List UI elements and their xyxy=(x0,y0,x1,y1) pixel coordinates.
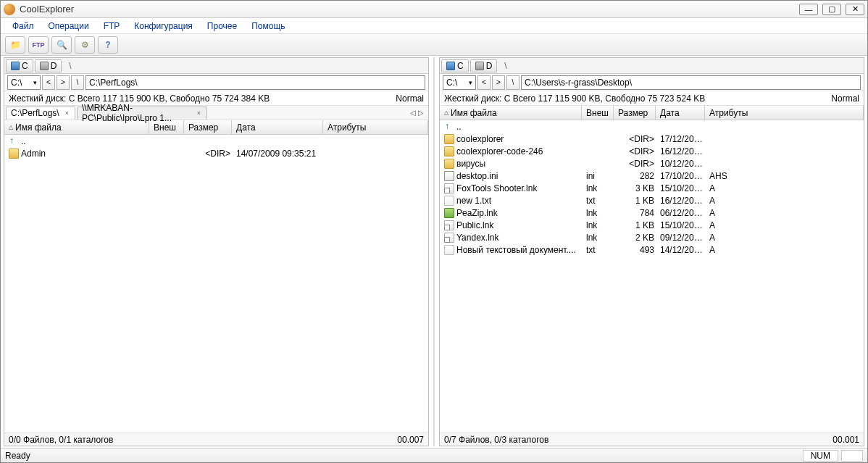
file-row[interactable]: coolexplorer<DIR>17/12/201... xyxy=(440,133,864,145)
left-pane: C D \ C:\ < > \ C:\PerfLogs\ Жесткий дис… xyxy=(4,57,429,446)
close-icon[interactable]: × xyxy=(65,109,69,117)
right-nav-up[interactable]: \ xyxy=(506,75,519,90)
col-name[interactable]: △Имя файла xyxy=(440,106,582,120)
file-attr: A xyxy=(706,220,862,230)
file-row[interactable]: .. xyxy=(4,135,428,147)
tool-explorer-icon[interactable]: 📁 xyxy=(5,36,25,54)
file-name: coolexplorer-code-246 xyxy=(456,146,543,157)
close-icon[interactable]: × xyxy=(197,109,201,117)
file-row[interactable]: new 1.txttxt1 KB16/12/201...A xyxy=(440,194,864,207)
left-tab-0[interactable]: C:\PerfLogs\× xyxy=(6,107,75,120)
menu-operations[interactable]: Операции xyxy=(43,20,95,33)
drive-tab-c[interactable]: C xyxy=(441,59,469,72)
left-tab-1[interactable]: \\MRKABAN-PC\Public\Ipro\Lpro 1...× xyxy=(77,107,207,120)
drive-tab-d[interactable]: D xyxy=(35,59,62,72)
menu-ftp[interactable]: FTP xyxy=(98,20,126,33)
col-attr[interactable]: Атрибуты xyxy=(323,120,428,134)
file-row[interactable]: PeaZip.lnklnk78406/12/201...A xyxy=(440,207,864,219)
tabs-scroll-icon[interactable]: ◁ ▷ xyxy=(407,109,427,117)
col-size[interactable]: Размер xyxy=(614,106,656,120)
col-size[interactable]: Размер xyxy=(184,120,232,134)
right-file-list[interactable]: ..coolexplorer<DIR>17/12/201...coolexplo… xyxy=(440,120,864,433)
root-slash[interactable]: \ xyxy=(498,61,512,71)
left-folder-tabs: C:\PerfLogs\× \\MRKABAN-PC\Public\Ipro\L… xyxy=(4,106,428,120)
tool-search-icon[interactable]: 🔍 xyxy=(51,36,72,54)
up-icon xyxy=(444,122,454,132)
left-file-list[interactable]: ..Admin<DIR>14/07/2009 09:35:21 xyxy=(4,135,428,433)
drive-c-icon xyxy=(11,62,20,70)
file-row[interactable]: desktop.iniini28217/10/201...AHS xyxy=(440,170,864,182)
file-ext: txt xyxy=(583,196,615,206)
file-name: .. xyxy=(21,136,26,146)
file-size: <DIR> xyxy=(615,159,657,169)
app-icon xyxy=(444,208,454,218)
tool-help-icon[interactable]: ? xyxy=(98,36,118,54)
folder-icon xyxy=(444,134,454,144)
file-date: 17/10/201... xyxy=(657,171,706,181)
left-path-row: C:\ < > \ C:\PerfLogs\ xyxy=(4,74,428,91)
menu-config[interactable]: Конфигурация xyxy=(128,20,199,33)
file-row[interactable]: Новый текстовый документ....txt49314/12/… xyxy=(440,243,864,256)
file-ext: lnk xyxy=(583,220,615,230)
menu-file[interactable]: Файл xyxy=(7,20,40,33)
file-row[interactable]: вирусы<DIR>10/12/201... xyxy=(440,157,864,170)
tool-ftp-icon[interactable]: FTP xyxy=(28,36,49,54)
close-button[interactable]: ✕ xyxy=(846,4,864,15)
right-path-row: C:\ < > \ C:\Users\s-r-grass\Desktop\ xyxy=(440,74,864,91)
right-nav-back[interactable]: < xyxy=(477,75,491,90)
left-columns-header: △Имя файла Внеш Размер Дата Атрибуты xyxy=(4,120,428,135)
file-ext: lnk xyxy=(583,183,615,193)
menu-other[interactable]: Прочее xyxy=(201,20,243,33)
right-drive-combo[interactable]: C:\ xyxy=(443,75,476,90)
file-row[interactable]: coolexplorer-code-246<DIR>16/12/201... xyxy=(440,145,864,157)
file-name: desktop.ini xyxy=(456,171,498,181)
right-columns-header: △Имя файла Внеш Размер Дата Атрибуты xyxy=(440,106,864,120)
maximize-button[interactable]: ▢ xyxy=(822,4,841,15)
left-drive-combo[interactable]: C:\ xyxy=(7,75,41,90)
file-name: вирусы xyxy=(456,159,485,169)
pane-splitter[interactable] xyxy=(433,57,435,446)
status-numlock: NUM xyxy=(803,450,838,462)
file-date: 16/12/201... xyxy=(657,146,706,157)
col-ext[interactable]: Внеш xyxy=(582,106,614,120)
menu-help[interactable]: Помощь xyxy=(246,20,291,33)
folder-icon xyxy=(9,149,19,159)
minimize-button[interactable]: — xyxy=(799,4,818,15)
toolbar: 📁 FTP 🔍 ⚙ ? xyxy=(1,34,867,56)
file-date: 14/07/2009 09:35:21 xyxy=(233,149,325,159)
left-nav-forward[interactable]: > xyxy=(57,75,70,90)
file-size: 3 KB xyxy=(615,183,657,193)
left-nav-back[interactable]: < xyxy=(42,75,55,90)
file-row[interactable]: Yandex.lnklnk2 KB09/12/201...A xyxy=(440,231,864,243)
left-nav-up[interactable]: \ xyxy=(71,75,84,90)
drive-tab-c[interactable]: C xyxy=(6,59,33,72)
right-disk-info: Жесткий диск: C Всего 117 115 900 KB, Св… xyxy=(440,91,864,106)
right-nav-forward[interactable]: > xyxy=(492,75,505,90)
up-icon xyxy=(9,136,19,146)
sort-asc-icon: △ xyxy=(444,109,448,116)
drive-tab-d[interactable]: D xyxy=(470,59,498,72)
file-row[interactable]: .. xyxy=(440,120,864,133)
col-date[interactable]: Дата xyxy=(232,120,323,134)
file-size: <DIR> xyxy=(615,146,657,157)
col-attr[interactable]: Атрибуты xyxy=(705,106,864,120)
root-slash[interactable]: \ xyxy=(63,61,77,71)
left-mode: Normal xyxy=(396,93,424,104)
file-row[interactable]: Public.lnklnk1 KB15/10/201...A xyxy=(440,219,864,231)
col-date[interactable]: Дата xyxy=(656,106,705,120)
left-path-input[interactable]: C:\PerfLogs\ xyxy=(85,75,425,90)
lnk-icon xyxy=(444,233,454,243)
file-row[interactable]: Admin<DIR>14/07/2009 09:35:21 xyxy=(4,147,428,159)
menubar: Файл Операции FTP Конфигурация Прочее По… xyxy=(1,18,867,34)
right-path-input[interactable]: C:\Users\s-r-grass\Desktop\ xyxy=(521,75,861,90)
file-size: 2 KB xyxy=(615,233,657,243)
file-size: 1 KB xyxy=(615,220,657,230)
file-date: 06/12/201... xyxy=(657,208,706,218)
tool-settings-icon[interactable]: ⚙ xyxy=(75,36,95,54)
statusbar: Ready NUM xyxy=(1,448,867,462)
status-spacer xyxy=(841,450,863,462)
file-row[interactable]: FoxTools Shooter.lnklnk3 KB15/10/201...A xyxy=(440,182,864,194)
file-attr: A xyxy=(706,233,862,243)
file-size: 1 KB xyxy=(615,196,657,206)
file-attr: A xyxy=(706,196,862,206)
